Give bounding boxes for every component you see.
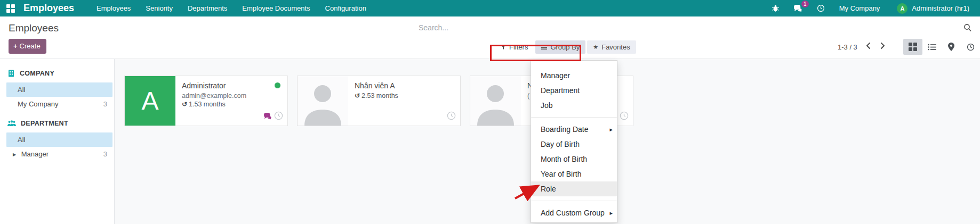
- nav-menu-employees[interactable]: Employees: [89, 0, 138, 16]
- filter-funnel-icon: [501, 45, 506, 50]
- employee-avatar-placeholder: [470, 76, 521, 126]
- app-brand[interactable]: Employees: [23, 3, 74, 14]
- employee-name: Administrator: [182, 81, 281, 90]
- group-by-bars-icon: [541, 45, 547, 50]
- favorites-button[interactable]: ★ Favorites: [587, 40, 636, 54]
- control-panel: Employees + Create Filters Group By ★ Fa…: [0, 16, 980, 59]
- user-avatar[interactable]: A: [897, 3, 907, 14]
- employee-card-administrator[interactable]: A Administrator admin@example.com ↺1.53 …: [124, 76, 288, 126]
- breadcrumb: Employees: [9, 22, 59, 34]
- expand-caret-icon[interactable]: ▶: [13, 152, 16, 157]
- view-map-pin-icon[interactable]: [942, 39, 961, 55]
- pager-counter: 1-3 / 3: [838, 43, 857, 51]
- item-count: 3: [103, 97, 107, 111]
- group-by-option-year-of-birth[interactable]: Year of Birth: [531, 167, 617, 181]
- employee-seniority: ↺2.53 months: [355, 92, 454, 99]
- history-icon: ↺: [182, 101, 187, 108]
- sidebar-item-label: All: [18, 86, 25, 94]
- search-input[interactable]: [419, 23, 963, 32]
- view-activity-icon[interactable]: [961, 39, 980, 55]
- user-menu[interactable]: Administrator (hr1): [912, 0, 976, 16]
- sidebar-department-manager[interactable]: ▶ Manager 3: [6, 147, 113, 161]
- schedule-activity-icon[interactable]: [447, 111, 456, 122]
- online-status-dot: [275, 82, 280, 88]
- group-by-dropdown-menu: Manager Department Job Boarding Date ▸ D…: [531, 60, 617, 223]
- employee-name: Nhân viên A: [355, 81, 454, 90]
- top-navbar: Employees Employees Seniority Department…: [0, 0, 980, 16]
- employee-card-nhan-vien-a[interactable]: Nhân viên A ↺2.53 months: [297, 76, 461, 126]
- group-by-option-boarding-date[interactable]: Boarding Date ▸: [531, 122, 617, 137]
- menu-divider: [531, 201, 617, 201]
- sidebar-item-label: My Company: [18, 100, 59, 108]
- search-options-row: Filters Group By ★ Favorites: [495, 40, 636, 54]
- group-by-option-department[interactable]: Department: [531, 83, 617, 98]
- group-by-option-month-of-birth[interactable]: Month of Birth: [531, 152, 617, 167]
- employee-avatar: A: [125, 76, 175, 126]
- apps-menu-icon[interactable]: [6, 4, 15, 13]
- department-section-header: DEPARTMENT: [0, 120, 114, 127]
- star-icon: ★: [593, 44, 598, 51]
- schedule-activity-icon[interactable]: [274, 111, 283, 122]
- nav-menu-seniority[interactable]: Seniority: [138, 0, 180, 16]
- sidebar-item-label: Manager: [21, 150, 49, 158]
- view-list-icon[interactable]: [922, 39, 942, 55]
- company-switcher[interactable]: My Company: [832, 0, 888, 16]
- nav-menu-departments[interactable]: Departments: [180, 0, 235, 16]
- schedule-activity-icon[interactable]: [620, 111, 629, 122]
- submenu-caret-icon: ▸: [609, 205, 613, 220]
- sidebar-company-my-company[interactable]: My Company 3: [6, 97, 113, 111]
- pager-next-icon[interactable]: [879, 40, 886, 52]
- sidebar-department-all[interactable]: All: [6, 132, 113, 147]
- sidebar-item-label: All: [18, 136, 25, 144]
- plus-icon: +: [13, 42, 18, 50]
- menu-divider: [531, 117, 617, 118]
- messages-icon[interactable]: 1: [786, 0, 810, 16]
- department-section-title: DEPARTMENT: [21, 120, 68, 127]
- search-panel-sidebar: COMPANY All My Company 3 DEPARTMENT All …: [0, 59, 115, 224]
- nav-menu-employee-documents[interactable]: Employee Documents: [235, 0, 317, 16]
- group-by-option-job[interactable]: Job: [531, 98, 617, 113]
- employees-app-window: Employees Employees Seniority Department…: [0, 0, 980, 224]
- group-by-button[interactable]: Group By: [535, 40, 585, 54]
- sidebar-company-all[interactable]: All: [6, 82, 113, 97]
- group-by-option-manager[interactable]: Manager: [531, 68, 617, 83]
- group-by-button-label: Group By: [550, 43, 580, 51]
- nav-menu-configuration[interactable]: Configuration: [318, 0, 374, 16]
- search-bar: [419, 20, 973, 36]
- debug-bug-icon[interactable]: [765, 0, 786, 16]
- create-button-label: Create: [20, 42, 41, 50]
- add-custom-group-option[interactable]: Add Custom Group ▸: [531, 205, 617, 220]
- building-icon: [7, 70, 15, 77]
- view-kanban-icon[interactable]: [903, 39, 922, 55]
- employee-email: admin@example.com: [182, 92, 281, 99]
- pager-previous-icon[interactable]: [865, 40, 872, 52]
- messages-badge: 1: [801, 1, 809, 7]
- company-section-title: COMPANY: [20, 70, 54, 77]
- chat-unread-icon[interactable]: [263, 112, 272, 121]
- group-by-option-day-of-birth[interactable]: Day of Birth: [531, 137, 617, 152]
- navbar-systray: 1 My Company A Administrator (hr1): [765, 0, 976, 16]
- filters-button[interactable]: Filters: [495, 40, 534, 54]
- item-count: 3: [103, 147, 107, 161]
- employee-seniority: ↺1.53 months: [182, 101, 281, 108]
- activity-clock-icon[interactable]: [810, 0, 832, 16]
- employee-avatar-placeholder: [298, 76, 348, 126]
- favorites-button-label: Favorites: [601, 43, 630, 51]
- create-button[interactable]: + Create: [9, 39, 46, 54]
- submenu-caret-icon: ▸: [609, 122, 613, 137]
- filters-button-label: Filters: [509, 43, 528, 51]
- search-icon[interactable]: [963, 23, 972, 32]
- people-icon: [7, 120, 16, 127]
- history-icon: ↺: [355, 92, 360, 99]
- view-switcher: [903, 39, 980, 55]
- company-section-header: COMPANY: [0, 70, 114, 77]
- group-by-option-role[interactable]: Role: [531, 181, 617, 196]
